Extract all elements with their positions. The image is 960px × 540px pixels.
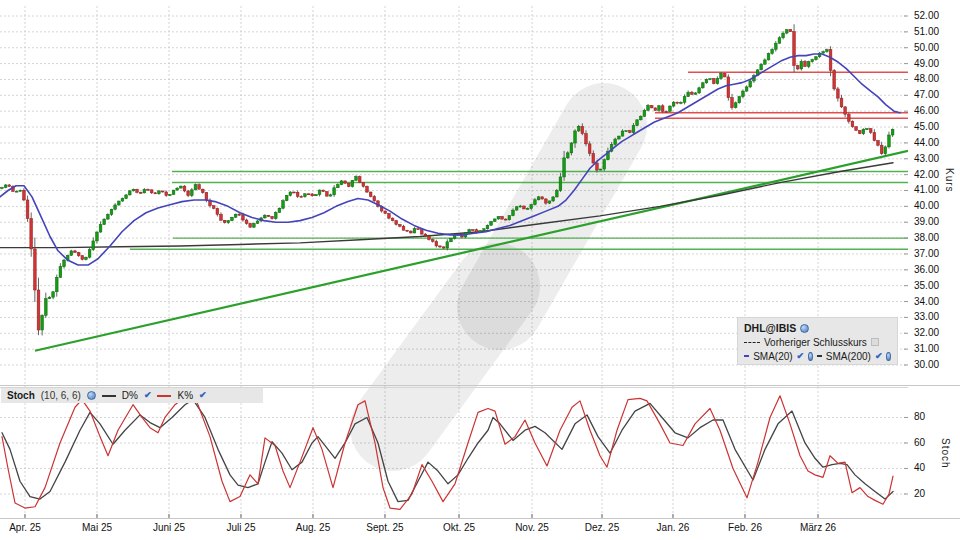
price-tick-label: 48.00 (914, 74, 939, 84)
price-axis-title: Kurs (944, 168, 955, 193)
month-label: Sept. 25 (366, 522, 403, 533)
month-label: März 26 (800, 522, 836, 533)
price-tick-label: 45.00 (914, 122, 939, 132)
price-tick-label: 51.00 (914, 27, 939, 37)
price-tick-label: 39.00 (914, 217, 939, 227)
d-label: D% (122, 390, 138, 401)
stoch-name: Stoch (7, 390, 35, 401)
stoch-tick-label: 20 (914, 489, 925, 499)
bottom-axis-line (0, 518, 960, 519)
month-label: Feb. 26 (728, 522, 762, 533)
k-line-sample (157, 395, 171, 397)
price-tick-label: 46.00 (914, 106, 939, 116)
month-label: Nov. 25 (515, 522, 549, 533)
month-label: Apr. 25 (9, 522, 41, 533)
price-tick-label: 38.00 (914, 233, 939, 243)
prev-close-label: Vorheriger Schlusskurs (764, 337, 867, 348)
month-label: Dez. 25 (585, 522, 619, 533)
sma200-checkbox[interactable]: ✔ (875, 352, 883, 361)
stoch-tick-label: 60 (914, 438, 925, 448)
prev-close-line-sample (744, 342, 760, 343)
price-tick-label: 33.00 (914, 312, 939, 322)
instrument-name: DHL@IBIS (744, 322, 796, 334)
d-line-sample (102, 395, 116, 397)
globe-icon[interactable] (87, 391, 96, 400)
stoch-legend: Stoch (10, 6, 6) D% ✔ K% ✔ (1, 388, 263, 403)
price-tick-label: 36.00 (914, 265, 939, 275)
price-tick-label: 30.00 (914, 360, 939, 370)
stoch-tick-label: 80 (914, 412, 925, 422)
stoch-tick-label: 40 (914, 463, 925, 473)
price-tick-label: 35.00 (914, 281, 939, 291)
price-tick-label: 31.00 (914, 344, 939, 354)
price-tick-label: 32.00 (914, 328, 939, 338)
month-label: Jan. 26 (657, 522, 690, 533)
sma20-checkbox[interactable]: ✔ (797, 352, 805, 361)
d-checkbox[interactable]: ✔ (144, 391, 152, 400)
k-checkbox[interactable]: ✔ (199, 391, 207, 400)
month-label: Juni 25 (153, 522, 185, 533)
month-label: Juli 25 (227, 522, 256, 533)
sma200-line-sample (817, 355, 822, 357)
globe-icon[interactable] (808, 352, 813, 361)
price-tick-label: 49.00 (914, 59, 939, 69)
month-label: Mai 25 (82, 522, 112, 533)
price-tick-label: 44.00 (914, 138, 939, 148)
stoch-params: (10, 6, 6) (41, 390, 81, 401)
panel-separator (0, 385, 960, 386)
price-tick-label: 43.00 (914, 154, 939, 164)
chart-window: 52.0051.0050.0049.0048.0047.0046.0045.00… (0, 0, 960, 540)
price-tick-label: 52.00 (914, 11, 939, 21)
prev-close-checkbox[interactable] (871, 338, 879, 346)
globe-icon[interactable] (800, 324, 809, 333)
sma200-label: SMA(200) (826, 351, 871, 362)
price-tick-label: 42.00 (914, 170, 939, 180)
month-label: Okt. 25 (443, 522, 475, 533)
price-tick-label: 34.00 (914, 297, 939, 307)
month-label: Aug. 25 (296, 522, 330, 533)
globe-icon[interactable] (886, 352, 891, 361)
price-tick-label: 47.00 (914, 90, 939, 100)
stochastic-panel[interactable] (0, 387, 908, 518)
k-label: K% (177, 390, 193, 401)
chart-legend: DHL@IBIS Vorheriger Schlusskurs SMA(20) … (737, 317, 898, 365)
price-tick-label: 40.00 (914, 201, 939, 211)
price-tick-label: 41.00 (914, 185, 939, 195)
price-tick-label: 37.00 (914, 249, 939, 259)
sma20-label: SMA(20) (753, 351, 792, 362)
price-tick-label: 50.00 (914, 43, 939, 53)
sma20-line-sample (744, 355, 749, 357)
stoch-axis-title: Stoch (940, 438, 951, 469)
